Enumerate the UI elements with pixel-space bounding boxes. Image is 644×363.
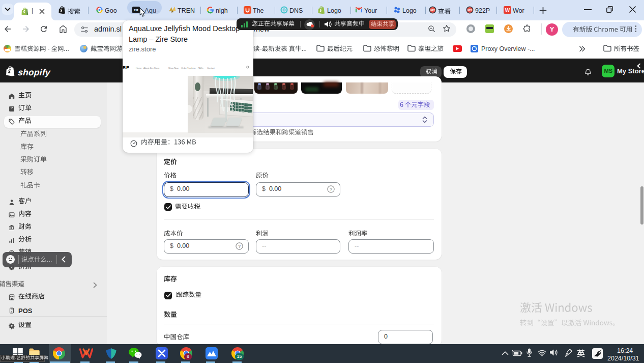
svg-text:922: 922: [430, 9, 435, 12]
svg-text:W: W: [505, 8, 510, 13]
svg-text:?: ?: [238, 244, 241, 249]
svg-text:ZIR: ZIR: [134, 9, 138, 12]
svg-text:?: ?: [330, 187, 332, 192]
svg-text:922: 922: [467, 9, 472, 12]
